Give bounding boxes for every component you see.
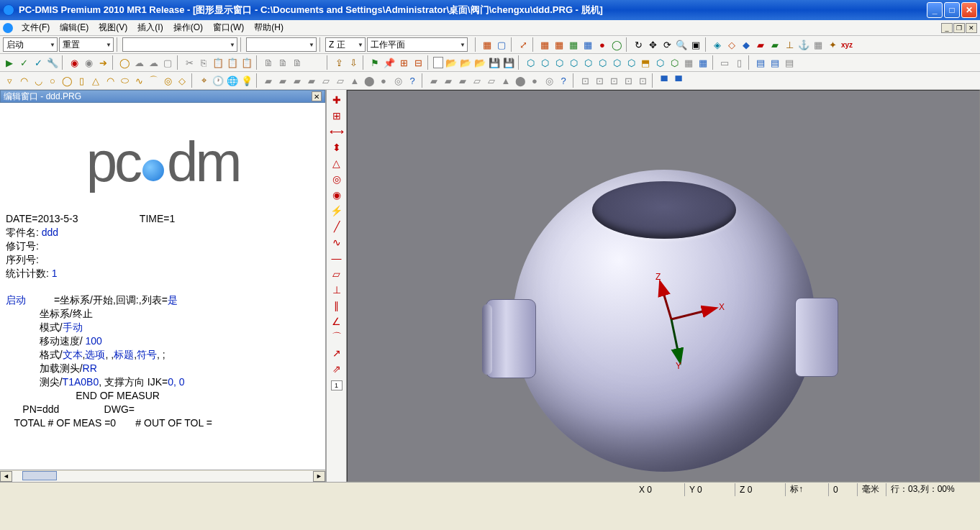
palette2-icon[interactable]: ▦: [553, 38, 566, 51]
chat-icon[interactable]: ☁: [132, 56, 145, 69]
auto4-icon[interactable]: ▱: [471, 74, 484, 87]
xyz-icon[interactable]: xyz: [840, 38, 853, 51]
vicon-para-icon[interactable]: ∥: [329, 298, 345, 313]
menu-edit[interactable]: 编辑(E): [55, 20, 93, 35]
record-icon[interactable]: ●: [596, 38, 609, 51]
new-icon[interactable]: [433, 57, 443, 68]
copy-icon[interactable]: ⎘: [197, 56, 210, 69]
mode-dropdown[interactable]: 启动: [3, 37, 58, 52]
box3-icon[interactable]: ⊡: [607, 74, 620, 87]
menu-operate[interactable]: 操作(O): [169, 20, 207, 35]
vicon-grid-icon[interactable]: ⊞: [329, 109, 345, 123]
rotate2d-icon[interactable]: ⟳: [661, 38, 673, 51]
mdi-restore-button[interactable]: ❐: [953, 23, 965, 33]
open-icon[interactable]: 📂: [445, 56, 458, 69]
scroll-right-button[interactable]: ►: [313, 471, 325, 482]
doc2-icon[interactable]: 🗎: [276, 56, 289, 69]
box4-icon[interactable]: ⊡: [622, 74, 635, 87]
reset-dropdown[interactable]: 重置: [59, 37, 114, 52]
feat-ci-icon[interactable]: ○: [46, 74, 59, 87]
check2-icon[interactable]: ✓: [32, 56, 45, 69]
palette4-icon[interactable]: ▦: [581, 38, 594, 51]
cube9-icon[interactable]: ⬡: [653, 56, 666, 69]
feat-el-icon[interactable]: ⬭: [118, 74, 131, 87]
probe-dropdown[interactable]: [122, 37, 237, 52]
color1-icon[interactable]: ▰: [754, 38, 767, 51]
rotate-icon[interactable]: ↻: [632, 38, 645, 51]
auto5-icon[interactable]: ▱: [485, 74, 498, 87]
report-icon[interactable]: ▤: [754, 56, 767, 69]
cat2-icon[interactable]: ▦: [697, 56, 709, 69]
auto9-icon[interactable]: ◎: [543, 74, 555, 87]
cube6-icon[interactable]: ⬡: [596, 56, 609, 69]
auto6-icon[interactable]: ▲: [499, 74, 512, 87]
move-icon[interactable]: ✥: [646, 38, 659, 51]
feat-ar-icon[interactable]: ⌒: [147, 74, 160, 87]
anchor-icon[interactable]: ⚓: [797, 38, 810, 51]
save-icon[interactable]: 💾: [488, 56, 501, 69]
zplus-dropdown[interactable]: Z 正: [325, 37, 366, 52]
vicon-perp-icon[interactable]: ⊥: [329, 283, 345, 297]
ellipse-icon[interactable]: ◯: [118, 56, 131, 69]
shade-icon[interactable]: ◆: [740, 38, 753, 51]
box1-icon[interactable]: ⊡: [579, 74, 591, 87]
feat-pl-icon[interactable]: ◡: [32, 74, 45, 87]
dim3-icon[interactable]: ▰: [291, 74, 304, 87]
graphics-viewport[interactable]: X Z Y: [347, 90, 980, 482]
cube1-icon[interactable]: ⬡: [524, 56, 537, 69]
cube7-icon[interactable]: ⬡: [610, 56, 623, 69]
plane-icon[interactable]: ⬒: [639, 56, 652, 69]
auto7-icon[interactable]: ⬤: [514, 74, 527, 87]
menu-view[interactable]: 视图(V): [94, 20, 132, 35]
import-icon[interactable]: ⇩: [347, 56, 360, 69]
cubeA-icon[interactable]: ⬡: [668, 56, 681, 69]
zoom-icon[interactable]: 🔍: [675, 38, 688, 51]
save2-icon[interactable]: 💾: [502, 56, 515, 69]
feat-ln-icon[interactable]: ◠: [17, 74, 30, 87]
cyl2-icon[interactable]: ⬤: [363, 74, 376, 87]
paste2-icon[interactable]: 📋: [226, 56, 239, 69]
vicon-circ-icon[interactable]: ◉: [329, 188, 345, 202]
vicon-tri-icon[interactable]: △: [329, 156, 345, 170]
mdi-minimize-button[interactable]: _: [941, 23, 953, 33]
vicon-cross-icon[interactable]: ✚: [329, 93, 345, 107]
tor2-icon[interactable]: ◎: [391, 74, 404, 87]
edit-window-body[interactable]: pcdmDATE=2013-5-3 TIME=1 零件名: ddd 修订号: 序…: [0, 103, 325, 470]
export-icon[interactable]: ⇪: [332, 56, 345, 69]
scale-icon[interactable]: ⤢: [517, 38, 530, 51]
feat-cu-icon[interactable]: ∿: [132, 74, 145, 87]
tip-dropdown[interactable]: [246, 37, 317, 52]
vtool-box-1[interactable]: 1: [331, 380, 342, 390]
align2-icon[interactable]: ⊟: [412, 56, 425, 69]
dim5-icon[interactable]: ▱: [319, 74, 332, 87]
vicon-runout-icon[interactable]: ↗: [329, 346, 345, 360]
align-icon[interactable]: ⊞: [397, 56, 410, 69]
menu-window[interactable]: 窗口(W): [209, 20, 248, 35]
vicon-totrun-icon[interactable]: ⇗: [329, 362, 345, 376]
mdi-close-button[interactable]: ✕: [966, 23, 977, 33]
vicon-sq-icon[interactable]: ▱: [329, 267, 345, 281]
cat-icon[interactable]: ▦: [682, 56, 695, 69]
check-icon[interactable]: ✓: [17, 56, 30, 69]
feat-sq-icon[interactable]: ◇: [176, 74, 189, 87]
scroll-left-button[interactable]: ◄: [0, 471, 12, 482]
feat-pt-icon[interactable]: ▿: [3, 74, 16, 87]
auto8-icon[interactable]: ●: [528, 74, 541, 87]
edit-window-close-button[interactable]: ✕: [312, 91, 322, 101]
color2-icon[interactable]: ▰: [768, 38, 781, 51]
win1-icon[interactable]: ▭: [718, 56, 731, 69]
menu-help[interactable]: 帮助(H): [250, 20, 288, 35]
dim4-icon[interactable]: ▰: [305, 74, 318, 87]
report3-icon[interactable]: ▤: [783, 56, 796, 69]
box2-icon[interactable]: ⊡: [593, 74, 606, 87]
feat-cy-icon[interactable]: ▯: [75, 74, 88, 87]
auto1-icon[interactable]: ▰: [427, 74, 440, 87]
flag-icon[interactable]: ⚑: [368, 56, 381, 69]
grid-icon[interactable]: ▦: [812, 38, 825, 51]
sph2-icon[interactable]: ●: [377, 74, 390, 87]
vicon-width-icon[interactable]: ⟷: [329, 124, 345, 139]
vicon-dash-icon[interactable]: —: [329, 251, 345, 265]
edit-hscrollbar[interactable]: ◄ ►: [0, 470, 325, 482]
dim6-icon[interactable]: ▱: [334, 74, 347, 87]
auto2-icon[interactable]: ▰: [442, 74, 455, 87]
